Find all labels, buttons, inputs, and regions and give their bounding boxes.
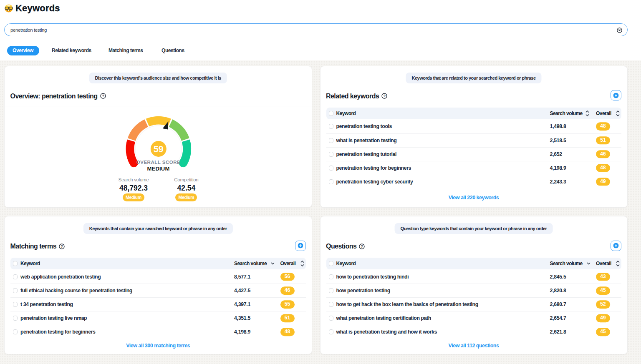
- svg-text:?: ?: [61, 244, 63, 249]
- svg-text:?: ?: [361, 244, 363, 249]
- svg-text:?: ?: [384, 94, 386, 98]
- svg-text:?: ?: [102, 94, 104, 98]
- svg-text:59: 59: [154, 144, 164, 154]
